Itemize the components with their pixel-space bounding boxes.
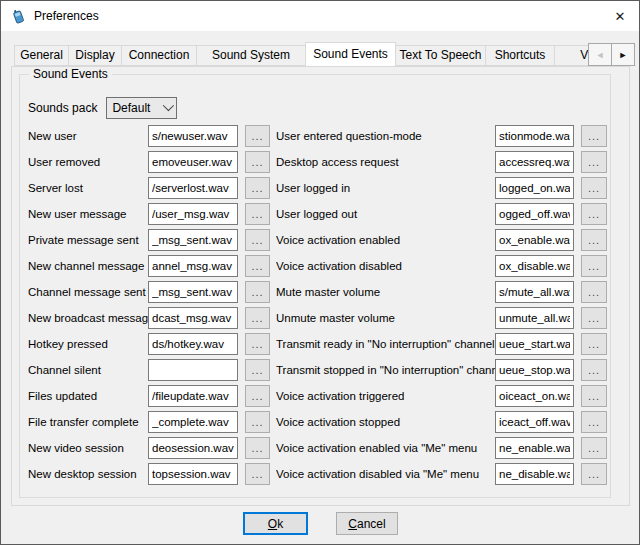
tab-general[interactable]: General <box>14 45 69 66</box>
sound-file-input[interactable] <box>148 125 238 147</box>
sound-file-input[interactable] <box>148 151 238 173</box>
sound-file-input[interactable] <box>495 307 574 329</box>
browse-button[interactable]: ... <box>245 203 270 225</box>
browse-button[interactable]: ... <box>581 281 607 303</box>
browse-button[interactable]: ... <box>245 333 270 355</box>
ok-button[interactable]: Ok <box>243 512 308 535</box>
sound-event-label: New user message <box>28 208 148 220</box>
sound-event-row: Mute master volume... <box>276 281 607 303</box>
browse-button[interactable]: ... <box>245 385 270 407</box>
sounds-pack-select[interactable]: Default <box>106 97 177 119</box>
browse-button[interactable]: ... <box>581 255 607 277</box>
sound-event-label: Server lost <box>28 182 148 194</box>
sound-file-input[interactable] <box>148 463 238 485</box>
browse-button[interactable]: ... <box>245 255 270 277</box>
sound-file-input[interactable] <box>495 229 574 251</box>
browse-button[interactable]: ... <box>581 463 607 485</box>
browse-button[interactable]: ... <box>581 229 607 251</box>
tab-connection[interactable]: Connection <box>121 45 197 66</box>
sound-event-row: User logged in... <box>276 177 607 199</box>
browse-button[interactable]: ... <box>245 177 270 199</box>
sound-event-label: Voice activation enabled via "Me" menu <box>276 442 495 454</box>
tab-sound-system[interactable]: Sound System <box>196 45 306 66</box>
sound-file-input[interactable] <box>148 385 238 407</box>
sound-event-row: Voice activation enabled... <box>276 229 607 251</box>
sound-file-input[interactable] <box>495 437 574 459</box>
browse-button[interactable]: ... <box>245 463 270 485</box>
sound-event-label: Transmit stopped in "No interruption" ch… <box>276 364 495 376</box>
sound-event-label: User entered question-mode <box>276 130 495 142</box>
cancel-button[interactable]: Cancel <box>336 512 398 535</box>
close-icon[interactable]: ✕ <box>601 1 639 31</box>
browse-button[interactable]: ... <box>245 411 270 433</box>
sound-event-label: Voice activation disabled <box>276 260 495 272</box>
sound-event-label: Hotkey pressed <box>28 338 148 350</box>
rows-left: New user...User removed...Server lost...… <box>28 125 270 489</box>
browse-button[interactable]: ... <box>245 359 270 381</box>
sound-file-input[interactable] <box>495 359 574 381</box>
sound-event-row: Voice activation disabled via "Me" menu.… <box>276 463 607 485</box>
sound-event-label: File transfer complete <box>28 416 148 428</box>
browse-button[interactable]: ... <box>581 151 607 173</box>
browse-button[interactable]: ... <box>581 177 607 199</box>
browse-button[interactable]: ... <box>245 151 270 173</box>
browse-button[interactable]: ... <box>581 125 607 147</box>
chevron-down-icon <box>163 99 174 110</box>
tab-text-to-speech[interactable]: Text To Speech <box>395 45 486 66</box>
sound-event-label: Desktop access request <box>276 156 495 168</box>
sounds-pack-value: Default <box>112 101 163 115</box>
tab-shortcuts[interactable]: Shortcuts <box>485 45 555 66</box>
sound-file-input[interactable] <box>495 411 574 433</box>
browse-button[interactable]: ... <box>245 437 270 459</box>
sound-events-groupbox: Sound Events Sounds pack Default New use… <box>19 74 611 498</box>
sound-file-input[interactable] <box>148 307 238 329</box>
sound-event-row: Desktop access request... <box>276 151 607 173</box>
sound-file-input[interactable] <box>148 437 238 459</box>
sound-file-input[interactable] <box>148 255 238 277</box>
sound-file-input[interactable] <box>495 385 574 407</box>
sound-event-row: Server lost... <box>28 177 270 199</box>
browse-button[interactable]: ... <box>245 307 270 329</box>
sound-file-input[interactable] <box>495 203 574 225</box>
sound-event-row: File transfer complete... <box>28 411 270 433</box>
browse-button[interactable]: ... <box>581 437 607 459</box>
browse-button[interactable]: ... <box>245 125 270 147</box>
tab-display[interactable]: Display <box>68 45 122 66</box>
sound-event-row: New user message... <box>28 203 270 225</box>
sound-file-input[interactable] <box>148 203 238 225</box>
browse-button[interactable]: ... <box>245 281 270 303</box>
sound-event-row: Private message sent... <box>28 229 270 251</box>
tab-sound-events[interactable]: Sound Events <box>305 42 396 66</box>
browse-button[interactable]: ... <box>581 385 607 407</box>
browse-button[interactable]: ... <box>581 203 607 225</box>
sound-file-input[interactable] <box>148 359 238 381</box>
titlebar: Preferences ✕ <box>1 1 639 31</box>
sound-file-input[interactable] <box>495 125 574 147</box>
tab-scroll-right-icon[interactable]: ► <box>611 43 635 66</box>
sound-file-input[interactable] <box>495 177 574 199</box>
sound-event-label: Voice activation stopped <box>276 416 495 428</box>
sound-file-input[interactable] <box>495 281 574 303</box>
sound-file-input[interactable] <box>148 177 238 199</box>
sound-file-input[interactable] <box>495 151 574 173</box>
browse-button[interactable]: ... <box>581 333 607 355</box>
sound-file-input[interactable] <box>495 255 574 277</box>
sound-event-row: Files updated... <box>28 385 270 407</box>
browse-button[interactable]: ... <box>581 411 607 433</box>
sound-file-input[interactable] <box>495 463 574 485</box>
sound-event-row: New desktop session... <box>28 463 270 485</box>
tab-pane: Sound Events Sounds pack Default New use… <box>11 66 630 506</box>
sound-file-input[interactable] <box>148 281 238 303</box>
sound-event-row: New channel message... <box>28 255 270 277</box>
preferences-dialog: Preferences ✕ GeneralDisplayConnectionSo… <box>0 0 640 545</box>
browse-button[interactable]: ... <box>581 359 607 381</box>
sound-file-input[interactable] <box>148 229 238 251</box>
sound-file-input[interactable] <box>495 333 574 355</box>
sound-file-input[interactable] <box>148 411 238 433</box>
app-icon <box>11 8 27 24</box>
sound-file-input[interactable] <box>148 333 238 355</box>
tab-scroll-left-icon[interactable]: ◄ <box>588 43 612 66</box>
browse-button[interactable]: ... <box>245 229 270 251</box>
sound-event-label: Voice activation disabled via "Me" menu <box>276 468 495 480</box>
browse-button[interactable]: ... <box>581 307 607 329</box>
